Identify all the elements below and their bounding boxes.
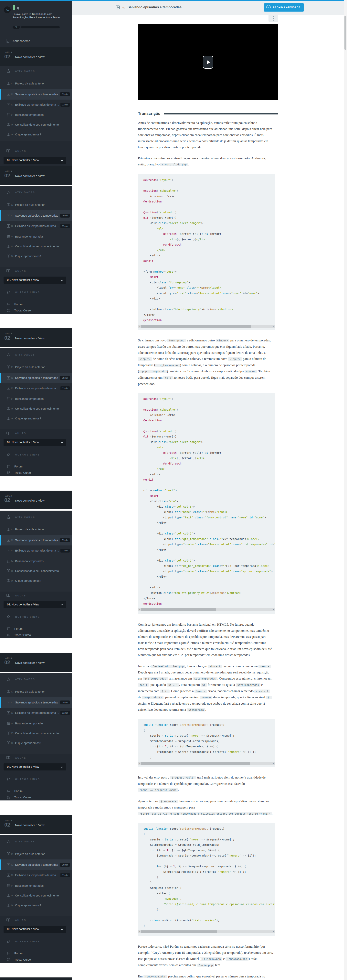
video-player[interactable]	[138, 24, 278, 100]
duration-badge: 09min	[60, 538, 70, 542]
next-activity-button[interactable]: → PRÓXIMA ATIVIDADE	[264, 3, 304, 11]
sidebar-item-06[interactable]: 06O que aprendemos?	[0, 576, 72, 585]
page-scrollbar[interactable]	[344, 0, 347, 980]
options-menu-button[interactable]	[269, 15, 278, 22]
sidebar-item-05[interactable]: 05Consolidando o seu conhecimento	[0, 242, 72, 251]
sidebar-item-05[interactable]: 05Consolidando o seu conhecimento	[0, 566, 72, 576]
sidebar-item-06[interactable]: 06O que aprendemos?	[0, 251, 72, 261]
sidebar-item-06[interactable]: 06O que aprendemos?	[0, 130, 72, 139]
scrollbar-thumb[interactable]	[141, 762, 250, 765]
duration-badge: 09min	[60, 214, 70, 218]
arrow-right-icon: →	[266, 5, 271, 10]
sidebar-item-02[interactable]: 02Salvando episódios e temporadas09min	[0, 210, 72, 221]
scroll-left-icon[interactable]: ◄	[139, 325, 141, 327]
item-number: 03	[11, 712, 13, 714]
sidebar-item-04[interactable]: 04Buscando temporadas	[0, 719, 72, 728]
sidebar-item-05[interactable]: 05Consolidando o seu conhecimento	[0, 404, 72, 414]
inline-code: create()	[254, 689, 270, 693]
horizontal-scrollbar[interactable]: ◄►	[138, 608, 275, 611]
scroll-right-icon[interactable]: ►	[273, 931, 274, 932]
sidebar-item-04[interactable]: 04Buscando temporadas	[0, 232, 72, 241]
sidebar-item-02[interactable]: 02Salvando episódios e temporadas09min	[0, 89, 72, 100]
aulas-dropdown[interactable]: 02. Novo controller e View	[3, 601, 66, 608]
link-item-trocar-curso[interactable]: Trocar Curso	[0, 470, 72, 476]
collapse-sidebar-button[interactable]	[4, 6, 11, 13]
scroll-left-icon[interactable]: ◄	[139, 931, 141, 932]
link-item-trocar-curso[interactable]: Trocar Curso	[0, 632, 72, 638]
sidebar-item-02[interactable]: 02Salvando episódios e temporadas09min	[0, 535, 72, 546]
scroll-right-icon[interactable]: ►	[273, 609, 274, 611]
sidebar-item-06[interactable]: 06O que aprendemos?	[0, 738, 72, 748]
scrollbar-thumb[interactable]	[344, 16, 346, 50]
video-icon	[6, 862, 11, 867]
item-number: 02	[11, 377, 13, 379]
sidebar-item-04[interactable]: 04Buscando temporadas	[0, 881, 72, 891]
scroll-left-icon[interactable]: ◄	[139, 762, 141, 764]
sidebar-item-01[interactable]: 01Projeto da aula anterior	[0, 79, 72, 88]
sidebar-item-05[interactable]: 05Consolidando o seu conhecimento	[0, 891, 72, 900]
aula-title: Novo controller e View	[15, 661, 45, 665]
item-label: Exibindo as temporadas de uma ...	[15, 549, 59, 552]
sidebar-item-02[interactable]: 02Salvando episódios e temporadas09min	[0, 859, 72, 870]
item-number: 04	[11, 114, 13, 116]
aulas-dropdown[interactable]: 02. Novo controller e View	[3, 926, 66, 933]
horizontal-scrollbar[interactable]: ◄►	[138, 762, 275, 765]
sidebar-item-01[interactable]: 01Projeto da aula anterior	[0, 687, 72, 697]
item-label: Projeto da aula anterior	[15, 203, 45, 207]
aulas-dropdown[interactable]: 02. Novo controller e View	[3, 439, 66, 446]
aulas-icon	[6, 918, 11, 923]
book-icon	[6, 903, 11, 907]
inline-code: "Série {$serie->id} e suas temporadas e …	[138, 812, 272, 815]
aulas-dropdown[interactable]: 02. Novo controller e View	[3, 764, 66, 770]
sidebar-item-04[interactable]: 04Buscando temporadas	[0, 110, 72, 119]
link-item-trocar-curso[interactable]: Trocar Curso	[0, 957, 72, 963]
sidebar-item-01[interactable]: 01Projeto da aula anterior	[0, 525, 72, 534]
item-label: Buscando temporadas	[15, 560, 43, 563]
item-label: Projeto da aula anterior	[15, 690, 45, 693]
item-number: 04	[11, 398, 13, 400]
sidebar-item-01[interactable]: 01Projeto da aula anterior	[0, 200, 72, 210]
sidebar-item-03[interactable]: 03Exibindo as temporadas de uma ...11min	[0, 100, 72, 109]
sidebar-item-06[interactable]: 06O que aprendemos?	[0, 900, 72, 910]
link-item-forum[interactable]: Fórum	[0, 788, 72, 794]
sidebar-item-05[interactable]: 05Consolidando o seu conhecimento	[0, 120, 72, 129]
scrollbar-thumb[interactable]	[141, 608, 216, 611]
item-label: Exibindo as temporadas de uma ...	[15, 103, 59, 106]
sidebar-item-05[interactable]: 05Consolidando o seu conhecimento	[0, 729, 72, 738]
link-item-forum[interactable]: Fórum	[0, 950, 72, 956]
sidebar-item-03[interactable]: 03Exibindo as temporadas de uma ...11min	[0, 870, 72, 880]
link-item-trocar-curso[interactable]: Trocar Curso	[0, 307, 72, 313]
sidebar-item-01[interactable]: 01Projeto da aula anterior	[0, 363, 72, 372]
aulas-dropdown[interactable]: 02. Novo controller e View	[3, 277, 66, 283]
inline-code: SeriesController.php	[151, 665, 185, 668]
item-label: Projeto da aula anterior	[15, 528, 45, 531]
sidebar-item-04[interactable]: 04Buscando temporadas	[0, 394, 72, 404]
scroll-right-icon[interactable]: ►	[273, 762, 274, 764]
horizontal-scrollbar[interactable]: ◄►	[138, 325, 275, 328]
link-icon	[6, 452, 11, 457]
play-button[interactable]	[203, 56, 213, 68]
sidebar-item-03[interactable]: 03Exibindo as temporadas de uma ...11min	[0, 221, 72, 231]
sidebar-item-01[interactable]: 01Projeto da aula anterior	[0, 849, 72, 859]
scrollbar-thumb[interactable]	[141, 931, 217, 933]
sidebar-item-04[interactable]: 04Buscando temporadas	[0, 557, 72, 566]
sidebar-item-03[interactable]: 03Exibindo as temporadas de uma ...11min	[0, 708, 72, 718]
scroll-left-icon[interactable]: ◄	[139, 609, 141, 611]
link-item-forum[interactable]: Fórum	[0, 626, 72, 632]
sidebar-item-03[interactable]: 03Exibindo as temporadas de uma ...11min	[0, 383, 72, 393]
scroll-right-icon[interactable]: ►	[273, 325, 274, 327]
sidebar-item-06[interactable]: 06O que aprendemos?	[0, 414, 72, 423]
horizontal-scrollbar[interactable]: ◄►	[138, 931, 275, 933]
link-item-trocar-curso[interactable]: Trocar Curso	[0, 794, 72, 800]
open-notebook-link[interactable]: Abrir caderno	[13, 39, 30, 43]
code-text: @extends('layout') @section('cabecalho')…	[144, 177, 275, 323]
item-number: 01	[11, 366, 13, 368]
sidebar-item-02[interactable]: 02Salvando episódios e temporadas09min	[0, 372, 72, 383]
sidebar-item-03[interactable]: 03Exibindo as temporadas de uma ...11min	[0, 546, 72, 555]
sidebar-item-02[interactable]: 02Salvando episódios e temporadas09min	[0, 697, 72, 708]
aulas-dropdown[interactable]: 02. Novo controller e View	[3, 157, 66, 164]
link-item-forum[interactable]: Fórum	[0, 463, 72, 469]
aulas-dropdown-value: 02. Novo controller e View	[7, 278, 39, 282]
link-item-forum[interactable]: Fórum	[0, 301, 72, 307]
scrollbar-thumb[interactable]	[141, 325, 251, 328]
